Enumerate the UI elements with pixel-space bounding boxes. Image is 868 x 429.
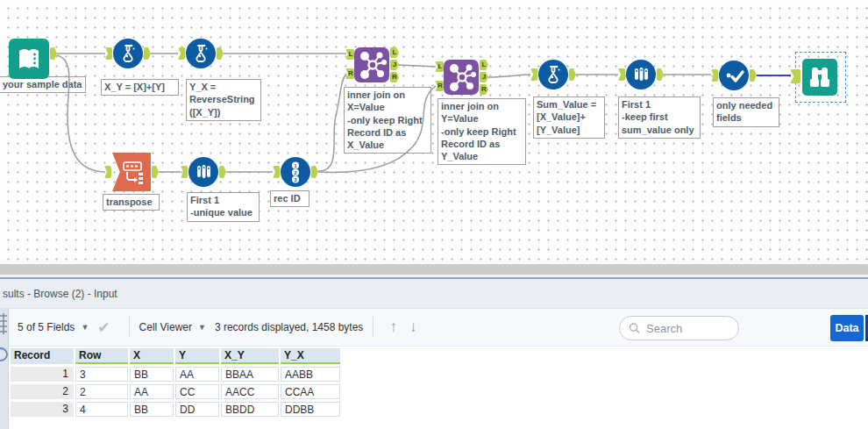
data-cell[interactable]: BB — [130, 367, 174, 382]
fields-dropdown[interactable]: 5 of 5 Fields — [18, 321, 75, 333]
column-header[interactable]: Row — [75, 348, 128, 364]
workflow-canvas[interactable]: your sample data X_Y = [X]+[Y] Y_X = Rev… — [0, 0, 868, 264]
column-header[interactable]: Record — [11, 348, 74, 364]
toolbar-separator — [129, 317, 130, 338]
column-header[interactable]: X_Y — [221, 348, 279, 364]
test-tubes-icon — [192, 161, 215, 183]
grid-icon — [0, 313, 7, 334]
results-side-strip — [0, 309, 9, 429]
circle-icon — [0, 348, 7, 361]
join-x-tool[interactable] — [354, 47, 389, 82]
side-strip-icons[interactable] — [0, 309, 9, 370]
join-y-tool[interactable] — [444, 60, 479, 95]
data-cell[interactable]: DD — [175, 402, 219, 417]
beaker-icon — [189, 42, 212, 65]
formula-xy-tool[interactable] — [113, 39, 143, 68]
beaker-icon — [542, 63, 565, 86]
data-cell[interactable]: 2 — [75, 384, 128, 399]
record-id-tool[interactable]: 1 2 3 — [281, 157, 310, 187]
alteryx-window: your sample data X_Y = [X]+[Y] Y_X = Rev… — [0, 0, 868, 429]
data-cell[interactable]: AABB — [281, 367, 340, 382]
connection-join-y-formula-sum[interactable] — [487, 75, 530, 77]
record-number-cell[interactable]: 3 — [11, 402, 74, 417]
arrow-up-icon[interactable]: ↑ — [389, 318, 397, 336]
data-cell[interactable]: DDBB — [281, 402, 340, 417]
data-cell[interactable]: CCAA — [281, 384, 340, 399]
chevron-down-icon[interactable]: ▼ — [198, 323, 206, 332]
records-info-text: 3 records displayed, 1458 bytes — [215, 321, 363, 333]
data-cell[interactable]: BBDD — [221, 402, 279, 417]
results-panel-title: sults - Browse (2) - Input — [0, 279, 868, 309]
toolbar-separator — [373, 317, 374, 338]
select-check-icon — [722, 63, 746, 88]
results-panel: sults - Browse (2) - Input 5 of 5 Fields… — [0, 279, 868, 429]
browse-tool[interactable] — [802, 59, 837, 96]
connection-recordid-join-y[interactable] — [318, 86, 436, 172]
join-icon — [444, 60, 479, 95]
sample-keep-first-tool[interactable] — [626, 60, 656, 89]
sample-unique-tool[interactable] — [189, 157, 218, 187]
connection-recordid-join-x[interactable] — [318, 74, 346, 171]
column-header[interactable]: Y_X — [281, 348, 340, 364]
test-tubes-icon — [630, 63, 652, 86]
record-number-cell[interactable]: 2 — [11, 384, 74, 399]
data-cell[interactable]: 4 — [75, 402, 128, 417]
formula-yx-tool[interactable] — [186, 39, 216, 68]
beaker-icon — [117, 42, 139, 65]
select-tool[interactable] — [719, 61, 749, 90]
data-cell[interactable]: CC — [175, 384, 219, 399]
panel-splitter[interactable] — [0, 264, 868, 275]
binoculars-icon — [805, 62, 835, 92]
search-input[interactable] — [646, 322, 729, 335]
connection-input-transpose[interactable] — [57, 55, 104, 172]
input-data-tool[interactable] — [9, 39, 49, 79]
cell-viewer-dropdown[interactable]: Cell Viewer — [139, 321, 192, 333]
search-icon — [629, 322, 640, 334]
column-header[interactable]: Y — [175, 348, 219, 364]
transpose-icon — [117, 158, 146, 186]
record-number-cell[interactable]: 1 — [11, 367, 74, 382]
data-cell[interactable]: 3 — [75, 367, 128, 382]
search-box[interactable] — [619, 316, 739, 340]
arrow-down-icon[interactable]: ↓ — [409, 318, 417, 336]
results-toolbar: 5 of 5 Fields ▼ ✔ Cell Viewer ▼ 3 record… — [0, 309, 868, 347]
results-title-text: sults - Browse (2) - Input — [3, 288, 117, 300]
data-cell[interactable]: AACC — [221, 384, 279, 399]
book-icon — [14, 44, 44, 74]
join-icon — [354, 47, 389, 82]
data-view-button[interactable]: Data — [830, 315, 864, 341]
apply-check-icon[interactable]: ✔ — [97, 318, 110, 337]
chevron-down-icon[interactable]: ▼ — [81, 323, 89, 332]
results-table: RecordRowXYX_YY_X13BBAABBAAAABB22AACCAAC… — [11, 348, 340, 417]
data-cell[interactable]: BBAA — [221, 367, 279, 382]
connection-join-x-join-y[interactable] — [398, 65, 436, 67]
column-header[interactable]: X — [130, 348, 174, 364]
results-grid: RecordRowXYX_YY_X13BBAABBAAAABB22AACCAAC… — [11, 348, 340, 417]
data-cell[interactable]: BB — [130, 402, 174, 417]
record-id-icon: 1 2 3 — [283, 160, 308, 184]
data-cell[interactable]: AA — [130, 384, 174, 399]
formula-sum-tool[interactable] — [538, 60, 568, 89]
data-cell[interactable]: AA — [175, 367, 219, 382]
